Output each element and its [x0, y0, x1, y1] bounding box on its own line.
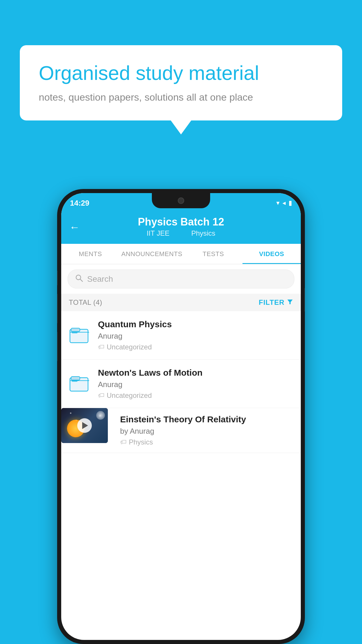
- header-subtitle-separator: [178, 229, 184, 237]
- tag-label: Uncategorized: [107, 343, 152, 351]
- speech-bubble-card: Organised study material notes, question…: [20, 45, 342, 120]
- filter-button[interactable]: FILTER: [259, 298, 293, 307]
- header-subtitle: IIT JEE Physics: [69, 229, 293, 237]
- search-bar[interactable]: Search: [68, 270, 294, 288]
- video-author: Anurag: [98, 332, 294, 341]
- phone-frame: 14:29 ▾ ◂ ▮ ← Physics Batch 12 IIT JEE P…: [57, 189, 305, 644]
- folder-icon-container: [68, 372, 91, 395]
- tab-tests[interactable]: TESTS: [184, 244, 242, 264]
- back-button[interactable]: ←: [69, 221, 80, 233]
- speech-bubble-section: Organised study material notes, question…: [20, 45, 342, 120]
- tag-icon: 🏷: [98, 392, 104, 399]
- video-tag: 🏷 Physics: [120, 438, 296, 446]
- phone-notch: [152, 193, 210, 208]
- tab-videos[interactable]: VIDEOS: [242, 244, 301, 264]
- search-icon: [75, 274, 83, 284]
- app-header: ← Physics Batch 12 IIT JEE Physics: [61, 211, 301, 244]
- power-button: [304, 288, 305, 312]
- folder-icon: [69, 374, 90, 394]
- tag-icon: 🏷: [120, 438, 126, 446]
- video-list: Quantum Physics Anurag 🏷 Uncategorized: [61, 311, 301, 453]
- status-icons: ▾ ◂ ▮: [276, 199, 292, 207]
- status-time: 14:29: [70, 199, 89, 208]
- list-item[interactable]: Newton's Laws of Motion Anurag 🏷 Uncateg…: [61, 360, 301, 408]
- video-item-info: Einstein's Theory Of Relativity by Anura…: [115, 408, 301, 453]
- play-button[interactable]: [77, 418, 92, 433]
- video-author: Anurag: [98, 380, 294, 389]
- video-thumbnail: [61, 408, 108, 443]
- video-title: Quantum Physics: [98, 319, 294, 329]
- total-count: TOTAL (4): [69, 298, 102, 307]
- mute-button: [57, 271, 58, 285]
- video-title: Einstein's Theory Of Relativity: [120, 414, 296, 424]
- volume-down-button: [57, 332, 58, 361]
- list-item[interactable]: Quantum Physics Anurag 🏷 Uncategorized: [61, 311, 301, 360]
- tag-icon: 🏷: [98, 343, 104, 351]
- video-tag: 🏷 Uncategorized: [98, 391, 294, 400]
- video-item-info: Quantum Physics Anurag 🏷 Uncategorized: [98, 319, 294, 351]
- video-tag: 🏷 Uncategorized: [98, 343, 294, 351]
- svg-rect-8: [71, 377, 80, 380]
- tab-announcements[interactable]: ANNOUNCEMENTS: [120, 244, 184, 264]
- header-title: Physics Batch 12: [69, 216, 293, 228]
- tag-label: Uncategorized: [107, 391, 152, 400]
- video-item-info: Newton's Laws of Motion Anurag 🏷 Uncateg…: [98, 368, 294, 400]
- space-stars: [96, 411, 105, 420]
- search-container: Search: [61, 264, 301, 294]
- filter-label: FILTER: [259, 298, 284, 307]
- header-subtitle-iitjee: IIT JEE: [147, 229, 169, 237]
- tag-label: Physics: [129, 438, 153, 446]
- video-title: Newton's Laws of Motion: [98, 368, 294, 378]
- front-camera: [178, 197, 184, 204]
- battery-icon: ▮: [289, 199, 292, 207]
- play-triangle-icon: [82, 422, 88, 429]
- svg-marker-2: [287, 300, 293, 304]
- filter-icon: [287, 298, 293, 307]
- search-input[interactable]: Search: [87, 274, 113, 284]
- folder-icon-container: [68, 324, 91, 347]
- phone-screen: 14:29 ▾ ◂ ▮ ← Physics Batch 12 IIT JEE P…: [61, 193, 301, 640]
- svg-line-1: [80, 279, 82, 281]
- header-subtitle-physics: Physics: [191, 229, 215, 237]
- folder-icon: [69, 325, 90, 346]
- tab-documents[interactable]: MENTS: [61, 244, 120, 264]
- filter-row: TOTAL (4) FILTER: [61, 294, 301, 311]
- video-author: by Anurag: [120, 427, 296, 436]
- bubble-subtitle: notes, question papers, solutions all at…: [39, 92, 323, 103]
- svg-rect-5: [71, 328, 80, 332]
- bubble-title: Organised study material: [39, 61, 323, 85]
- wifi-icon: ▾: [276, 199, 280, 207]
- tab-bar: MENTS ANNOUNCEMENTS TESTS VIDEOS: [61, 244, 301, 264]
- volume-up-button: [57, 294, 58, 323]
- list-item[interactable]: Einstein's Theory Of Relativity by Anura…: [61, 408, 301, 453]
- signal-icon: ◂: [282, 199, 286, 207]
